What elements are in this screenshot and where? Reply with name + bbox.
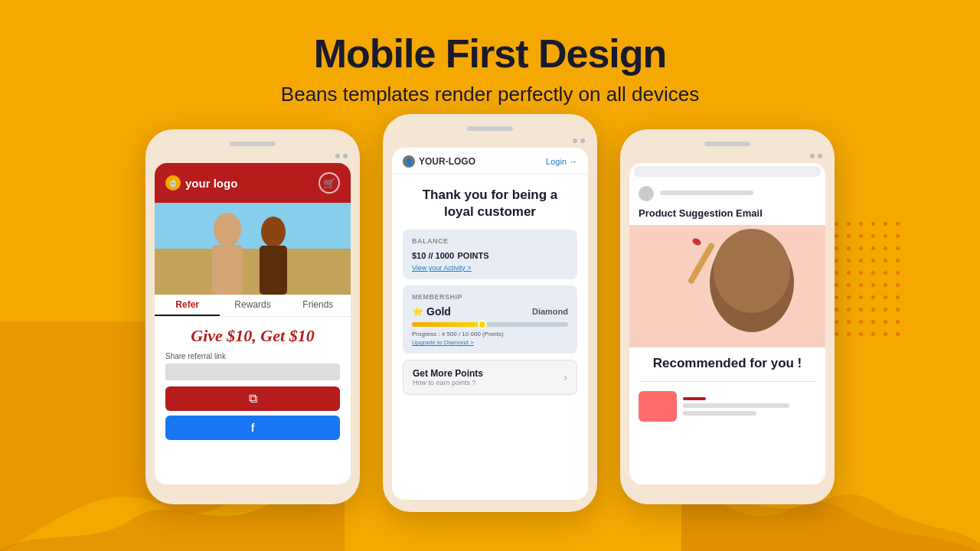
p3-product-line-2: [683, 411, 756, 416]
p3-address-bar: [634, 166, 821, 177]
p2-points-info: Get More Points How to earn points ?: [413, 368, 483, 386]
gold-star-icon: ⭐: [412, 306, 423, 317]
p2-points-sub: How to earn points ?: [413, 379, 483, 386]
svg-point-8: [714, 229, 790, 313]
p2-membership-card: MEMBERSHIP ⭐ Gold Diamond Progress : 4 5…: [403, 285, 577, 354]
facebook-icon: f: [251, 422, 255, 434]
p1-logo-icon: 🍵: [165, 175, 181, 191]
p2-thank-you-text: Thank you for being a loyal customer: [392, 174, 588, 230]
p2-login-text: Login: [546, 157, 567, 166]
p2-view-activity-link[interactable]: View your Activity >: [412, 264, 568, 272]
camera-dot-4: [580, 139, 585, 143]
p2-progress-bar-fill: [412, 322, 482, 327]
phone2-screen: 👤 YOUR-LOGO Login → Thank you for being …: [392, 148, 588, 500]
p2-gold-tier: ⭐ Gold: [412, 305, 451, 318]
p1-hero-image: [155, 203, 351, 295]
p1-share-label: Share referral link: [155, 352, 351, 364]
camera-dot-2: [343, 154, 348, 158]
camera-dot-3: [573, 139, 577, 143]
p3-product-thumbnail: [639, 391, 677, 422]
p1-facebook-button[interactable]: f: [165, 416, 340, 440]
p1-logo-text: your logo: [185, 177, 237, 190]
p3-title-lines: [660, 191, 816, 197]
p2-membership-row: ⭐ Gold Diamond: [412, 305, 568, 318]
phone-camera-3: [629, 154, 825, 158]
main-title: Mobile First Design: [0, 31, 980, 77]
svg-rect-3: [212, 245, 243, 295]
header-section: Mobile First Design Beans templates rend…: [0, 0, 980, 106]
p2-balance-amount: $10 // 1000 POINTS: [412, 248, 568, 262]
p2-balance-value: $10 // 1000: [412, 251, 454, 260]
camera-dot-5: [810, 154, 815, 158]
svg-point-2: [214, 213, 241, 246]
p2-balance-points: POINTS: [458, 251, 489, 260]
p3-recommended-text: Recommended for you !: [629, 347, 825, 377]
p2-progress-text: Progress : 4 500 / 10 000 (Points): [412, 331, 568, 337]
phone1-screen: 🍵 your logo 🛒 R: [155, 163, 351, 484]
p2-points-card[interactable]: Get More Points How to earn points ? ›: [403, 360, 577, 395]
camera-dot-1: [335, 154, 340, 158]
phone-product-suggestion: Product Suggestion Email Recommended for…: [620, 129, 835, 504]
p1-logo: 🍵 your logo: [165, 175, 237, 191]
p2-logo-area: 👤 YOUR-LOGO: [403, 155, 475, 168]
p2-membership-label: MEMBERSHIP: [412, 293, 568, 301]
p1-tabs: Refer Rewards Friends: [155, 295, 351, 317]
phone-camera-2: [392, 139, 588, 143]
p2-login-arrow-icon: →: [569, 157, 577, 166]
p2-progress-bar-bg: [412, 322, 568, 327]
p2-logo-text: YOUR-LOGO: [419, 156, 475, 167]
p3-product-thumb-row: [629, 386, 825, 426]
p3-product-lines: [683, 391, 816, 422]
p1-link-input[interactable]: [165, 364, 340, 380]
tab-refer[interactable]: Refer: [155, 299, 220, 316]
p3-title-row: [629, 181, 825, 207]
p2-topbar: 👤 YOUR-LOGO Login →: [392, 148, 588, 174]
p1-copy-button[interactable]: ⧉: [165, 386, 340, 411]
p2-points-title: Get More Points: [413, 368, 483, 379]
p2-tier-current: Gold: [426, 305, 451, 318]
subtitle: Beans templates render perfectly on all …: [0, 83, 980, 106]
p3-product-line-1: [683, 403, 789, 408]
chevron-right-icon: ›: [564, 371, 567, 383]
p3-avatar: [639, 186, 654, 201]
p2-logo-icon: 👤: [403, 155, 415, 168]
phone-camera-1: [155, 154, 351, 158]
p2-upgrade-link[interactable]: Upgrade to Diamond >: [412, 339, 568, 346]
p2-progress-dot: [478, 320, 487, 329]
p1-give-text: Give $10, Get $10: [155, 317, 351, 352]
p3-product-image: [629, 225, 825, 347]
phones-container: 🍵 your logo 🛒 R: [0, 129, 980, 512]
p2-balance-card: BALANCE $10 // 1000 POINTS View your Act…: [403, 230, 577, 279]
phone-referral: 🍵 your logo 🛒 R: [145, 129, 360, 504]
p3-email-subject: Product Suggestion Email: [629, 207, 825, 225]
p2-balance-label: BALANCE: [412, 237, 568, 245]
tab-friends[interactable]: Friends: [286, 299, 351, 316]
p2-login-link[interactable]: Login →: [546, 157, 577, 166]
camera-dot-6: [818, 154, 822, 158]
phone3-screen: Product Suggestion Email Recommended for…: [629, 163, 825, 484]
p2-tier-next: Diamond: [532, 307, 568, 316]
tab-rewards[interactable]: Rewards: [220, 299, 285, 316]
svg-rect-1: [155, 249, 351, 295]
p1-cart-button[interactable]: 🛒: [318, 172, 340, 194]
p1-header: 🍵 your logo 🛒: [155, 163, 351, 203]
svg-rect-5: [260, 246, 287, 295]
p3-title-line1: [660, 191, 753, 195]
p3-divider: [639, 381, 816, 382]
p3-red-accent-line: [683, 397, 706, 400]
svg-rect-0: [155, 203, 351, 249]
copy-icon: ⧉: [249, 392, 257, 406]
svg-point-4: [261, 217, 286, 247]
phone-loyalty: 👤 YOUR-LOGO Login → Thank you for being …: [383, 114, 597, 512]
